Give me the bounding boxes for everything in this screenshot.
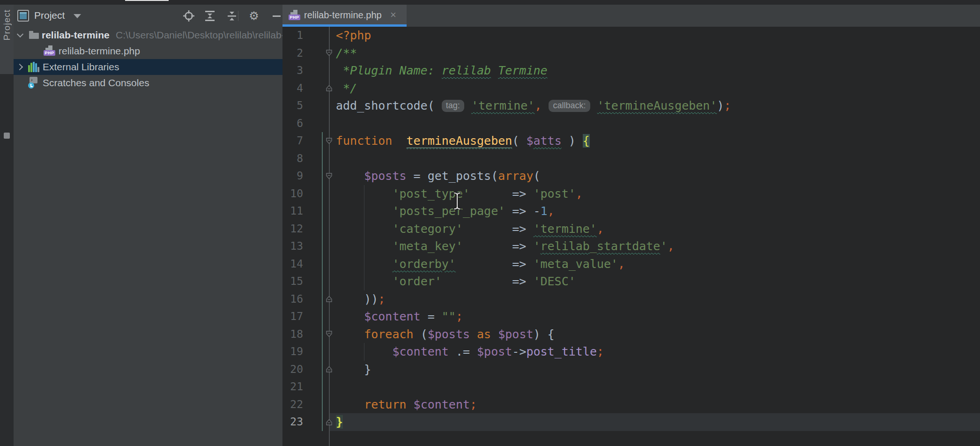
fold-end-icon[interactable]: [326, 366, 333, 372]
code-token: [336, 239, 392, 253]
code-token: [336, 327, 364, 341]
line-number: 4: [282, 80, 303, 97]
code-line[interactable]: [336, 150, 731, 168]
chevron-down-icon[interactable]: [74, 14, 81, 18]
fold-end-icon[interactable]: [326, 419, 333, 425]
expand-all-icon[interactable]: [204, 10, 216, 22]
code-token: $post: [498, 327, 533, 341]
code-line[interactable]: 'orderby' => 'meta_value',: [336, 255, 731, 273]
code-line[interactable]: }: [336, 413, 731, 431]
code-line[interactable]: $posts = get_posts(array(: [336, 167, 731, 185]
code-token: =: [421, 310, 442, 323]
code-line[interactable]: foreach ($posts as $post) {: [336, 326, 731, 343]
tree-row-scratches[interactable]: › Scratches and Consoles: [14, 75, 282, 91]
fold-collapse-icon[interactable]: [326, 173, 333, 179]
tree-row-project-root[interactable]: relilab-termine C:\Users\Daniel\Desktop\…: [14, 27, 282, 43]
line-number: 14: [282, 255, 303, 273]
locate-icon[interactable]: [183, 10, 195, 22]
code-line[interactable]: return $content;: [336, 396, 731, 414]
code-line[interactable]: */: [336, 80, 731, 97]
code-token: add_shortcode(: [336, 99, 442, 112]
collapse-all-icon[interactable]: [226, 10, 238, 22]
settings-gear-icon[interactable]: ⚙: [248, 10, 260, 22]
code-line[interactable]: [336, 115, 731, 133]
tab-relilab-termine-php[interactable]: PHP relilab-termine.php ×: [282, 5, 407, 27]
code-token: $: [526, 134, 533, 148]
code-line[interactable]: [336, 378, 731, 396]
code-token: [463, 222, 512, 236]
php-file-icon: PHP: [289, 10, 301, 21]
line-number: 15: [282, 273, 303, 290]
code-token: }: [336, 415, 343, 429]
code-token: foreach: [364, 327, 413, 341]
line-number: 13: [282, 238, 303, 255]
code-token: ,: [667, 239, 674, 253]
code-line[interactable]: 'meta_key' => 'relilab_startdate',: [336, 238, 731, 255]
code-line[interactable]: <?php: [336, 27, 731, 45]
code-token: [590, 99, 597, 112]
code-token: [456, 257, 512, 271]
code-token: [336, 398, 364, 411]
code-line[interactable]: 'post_type' => 'post',: [336, 185, 731, 203]
code-line[interactable]: add_shortcode( tag: 'termine', callback:…: [336, 97, 731, 115]
chevron-right-icon[interactable]: [16, 64, 23, 70]
close-tab-icon[interactable]: ×: [390, 9, 396, 21]
code-token: [470, 327, 477, 341]
code-line[interactable]: 'category' => 'termine',: [336, 220, 731, 238]
code-line[interactable]: 'order' => 'DESC': [336, 273, 731, 290]
line-number: 7: [282, 132, 303, 150]
chevron-down-icon[interactable]: [17, 31, 23, 37]
line-number: 10: [282, 185, 303, 203]
parameter-hint: callback:: [549, 100, 590, 112]
code-token: [470, 187, 512, 201]
code-token: post_title: [526, 345, 597, 358]
code-token: .=: [449, 345, 477, 358]
project-panel: Project ⚙ relilab-termine C:\Users\Dan: [14, 5, 282, 446]
code-token: _: [590, 239, 597, 253]
code-token: 'termine': [471, 99, 535, 112]
fold-collapse-icon[interactable]: [326, 138, 333, 144]
code-token: [505, 204, 512, 218]
scratches-icon: ›: [28, 77, 40, 89]
tree-row-external-libraries[interactable]: External Libraries: [14, 59, 282, 75]
tool-window-square-icon[interactable]: [4, 133, 10, 139]
fold-collapse-icon[interactable]: [326, 50, 333, 56]
code-token: $content: [364, 310, 420, 323]
code-line[interactable]: function termineAusgeben( $atts ) {: [336, 132, 731, 150]
code-token: [392, 134, 406, 148]
code-token: get_posts(: [428, 169, 498, 183]
tool-window-button-project[interactable]: Project: [0, 5, 14, 74]
code-line[interactable]: $content .= $post->post_title;: [336, 343, 731, 361]
mouse-cursor-ibeam: [453, 192, 462, 210]
code-line[interactable]: ));: [336, 290, 731, 308]
fold-collapse-icon[interactable]: [326, 331, 333, 337]
code-token: 'termineAusgeben': [597, 99, 717, 112]
hide-panel-icon[interactable]: [273, 15, 281, 17]
code-token: atts: [533, 134, 561, 148]
code-editor[interactable]: 1234567891011121314151617181920212223 <?…: [282, 27, 980, 446]
code-line[interactable]: }: [336, 361, 731, 379]
fold-end-icon[interactable]: [326, 85, 333, 91]
line-number: 22: [282, 396, 303, 414]
code-token: [336, 204, 392, 218]
project-panel-title[interactable]: Project: [34, 10, 65, 21]
line-number: 5: [282, 97, 303, 115]
code-token: (: [414, 327, 428, 341]
code-line[interactable]: *Plugin Name: relilab Termine: [336, 62, 731, 80]
tree-root-path: C:\Users\Daniel\Desktop\relilab\relilab-…: [116, 30, 282, 41]
external-libraries-icon: [28, 62, 39, 72]
code-token: 'meta_value': [533, 257, 618, 271]
code-token: ,: [618, 257, 625, 271]
code-token: array: [498, 169, 533, 183]
code-line[interactable]: /**: [336, 45, 731, 62]
fold-end-icon[interactable]: [326, 296, 333, 302]
line-number: 17: [282, 308, 303, 326]
code-token: ): [717, 99, 724, 112]
line-number: 16: [282, 290, 303, 308]
code-token: "": [442, 310, 456, 323]
code-line[interactable]: 'posts_per_page' => -1,: [336, 202, 731, 220]
code-token: $content: [414, 398, 470, 411]
tree-row-php-file[interactable]: PHP relilab-termine.php: [14, 43, 282, 59]
code-token: [336, 257, 392, 271]
code-line[interactable]: $content = "";: [336, 308, 731, 326]
